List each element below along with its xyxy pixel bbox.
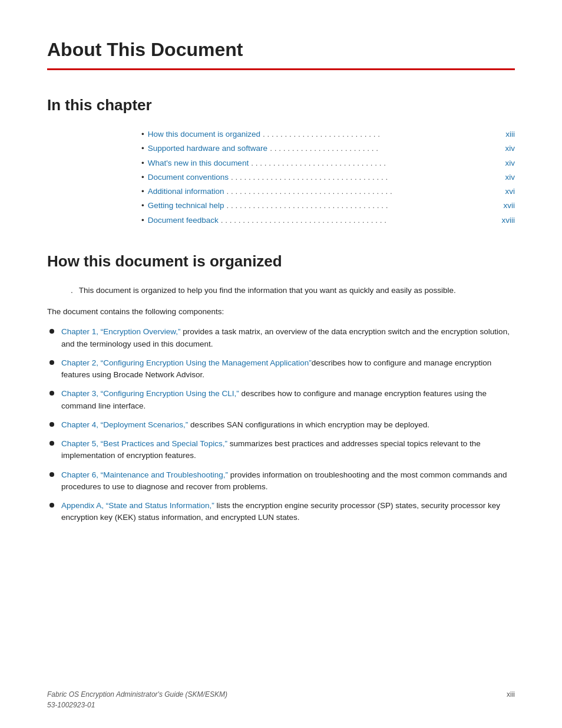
list-item: Chapter 5, “Best Practices and Special T… bbox=[47, 438, 515, 462]
toc-page: xviii bbox=[502, 215, 515, 226]
toc-item: •Getting technical help. . . . . . . . .… bbox=[141, 200, 515, 212]
page-title: About This Document bbox=[47, 35, 515, 64]
toc-page: xiii bbox=[505, 129, 515, 140]
toc-bullet: • bbox=[141, 186, 144, 197]
intro-text: This document is organized to help you f… bbox=[79, 285, 456, 297]
red-rule-divider bbox=[47, 68, 515, 70]
toc-page: xiv bbox=[505, 143, 515, 154]
chapter-link[interactable]: Chapter 4, “Deployment Scenarios,” bbox=[61, 420, 188, 429]
footer-right: xiii bbox=[507, 689, 515, 710]
toc-container: •How this document is organized . . . . … bbox=[141, 129, 515, 226]
chapter-link[interactable]: Chapter 1, “Encryption Overview,” bbox=[61, 327, 181, 336]
chapter-link[interactable]: Chapter 3, “Configuring Encryption Using… bbox=[61, 389, 239, 398]
footer-left: Fabric OS Encryption Administrator's Gui… bbox=[47, 689, 227, 710]
toc-page: xiv bbox=[505, 157, 515, 169]
bullet-dot bbox=[49, 441, 54, 446]
chapter-text: Chapter 4, “Deployment Scenarios,” descr… bbox=[61, 419, 429, 431]
bullet-dot bbox=[49, 329, 54, 334]
toc-bullet: • bbox=[141, 129, 144, 140]
chapter-text: Chapter 6, “Maintenance and Troubleshoot… bbox=[61, 469, 515, 493]
list-item: Chapter 3, “Configuring Encryption Using… bbox=[47, 388, 515, 412]
bullet-dot bbox=[49, 503, 54, 508]
list-item: Chapter 1, “Encryption Overview,” provid… bbox=[47, 326, 515, 350]
toc-dots: . . . . . . . . . . . . . . . . . . . . … bbox=[227, 186, 503, 197]
toc-item: •What's new in this document. . . . . . … bbox=[141, 157, 515, 169]
chapter-link[interactable]: Chapter 5, “Best Practices and Special T… bbox=[61, 439, 227, 448]
chapter-text: Chapter 2, “Configuring Encryption Using… bbox=[61, 357, 515, 381]
toc-item: •Document feedback . . . . . . . . . . .… bbox=[141, 215, 515, 226]
toc-dots: . . . . . . . . . . . . . . . . . . . . … bbox=[251, 157, 503, 169]
toc-link[interactable]: Additional information bbox=[148, 186, 224, 197]
toc-dots: . . . . . . . . . . . . . . . . . . . . … bbox=[263, 129, 503, 140]
toc-page: xvi bbox=[505, 186, 515, 197]
components-label: The document contains the following comp… bbox=[47, 306, 515, 318]
toc-bullet: • bbox=[141, 157, 144, 169]
toc-dots: . . . . . . . . . . . . . . . . . . . . … bbox=[227, 200, 501, 212]
chapter-text: Appendix A, “State and Status Informatio… bbox=[61, 500, 515, 524]
how-organized-body: . This document is organized to help you… bbox=[47, 285, 515, 524]
chapter-link[interactable]: Chapter 6, “Maintenance and Troubleshoot… bbox=[61, 470, 228, 479]
intro-dot: . bbox=[71, 285, 73, 297]
toc-dots: . . . . . . . . . . . . . . . . . . . . … bbox=[221, 215, 500, 226]
how-organized-heading: How this document is organized bbox=[47, 250, 515, 273]
chapter-link[interactable]: Appendix A, “State and Status Informatio… bbox=[61, 501, 214, 510]
footer: Fabric OS Encryption Administrator's Gui… bbox=[47, 689, 515, 710]
toc-item: •Additional information. . . . . . . . .… bbox=[141, 186, 515, 197]
in-this-chapter-heading: In this chapter bbox=[47, 94, 515, 117]
chapter-text: Chapter 3, “Configuring Encryption Using… bbox=[61, 388, 515, 412]
toc-link[interactable]: Document feedback bbox=[148, 215, 219, 226]
chapter-text: Chapter 1, “Encryption Overview,” provid… bbox=[61, 326, 515, 350]
toc-page: xvii bbox=[504, 200, 515, 212]
page: About This Document In this chapter •How… bbox=[0, 0, 562, 728]
toc-item: •Supported hardware and software. . . . … bbox=[141, 143, 515, 154]
chapter-link[interactable]: Chapter 2, “Configuring Encryption Using… bbox=[61, 358, 312, 367]
list-item: Appendix A, “State and Status Informatio… bbox=[47, 500, 515, 524]
list-item: Chapter 6, “Maintenance and Troubleshoot… bbox=[47, 469, 515, 493]
toc-item: •Document conventions. . . . . . . . . .… bbox=[141, 172, 515, 183]
toc-bullet: • bbox=[141, 215, 144, 226]
toc-link[interactable]: Getting technical help bbox=[148, 200, 224, 212]
toc-link[interactable]: How this document is organized bbox=[148, 129, 260, 140]
toc-link[interactable]: Supported hardware and software bbox=[148, 143, 267, 154]
list-item: Chapter 2, “Configuring Encryption Using… bbox=[47, 357, 515, 381]
intro-paragraph: . This document is organized to help you… bbox=[71, 285, 515, 297]
bullet-dot bbox=[49, 472, 54, 477]
toc-bullet: • bbox=[141, 172, 144, 183]
toc-link[interactable]: What's new in this document bbox=[148, 157, 249, 169]
toc-dots: . . . . . . . . . . . . . . . . . . . . … bbox=[231, 172, 503, 183]
chapters-list: Chapter 1, “Encryption Overview,” provid… bbox=[47, 326, 515, 523]
toc-bullet: • bbox=[141, 143, 144, 154]
chapter-text: Chapter 5, “Best Practices and Special T… bbox=[61, 438, 515, 462]
bullet-dot bbox=[49, 391, 54, 396]
toc-dots: . . . . . . . . . . . . . . . . . . . . … bbox=[270, 143, 503, 154]
toc-link[interactable]: Document conventions bbox=[148, 172, 229, 183]
toc-page: xiv bbox=[505, 172, 515, 183]
bullet-dot bbox=[49, 360, 54, 365]
toc-bullet: • bbox=[141, 200, 144, 212]
bullet-dot bbox=[49, 422, 54, 427]
list-item: Chapter 4, “Deployment Scenarios,” descr… bbox=[47, 419, 515, 431]
toc-item: •How this document is organized . . . . … bbox=[141, 129, 515, 140]
